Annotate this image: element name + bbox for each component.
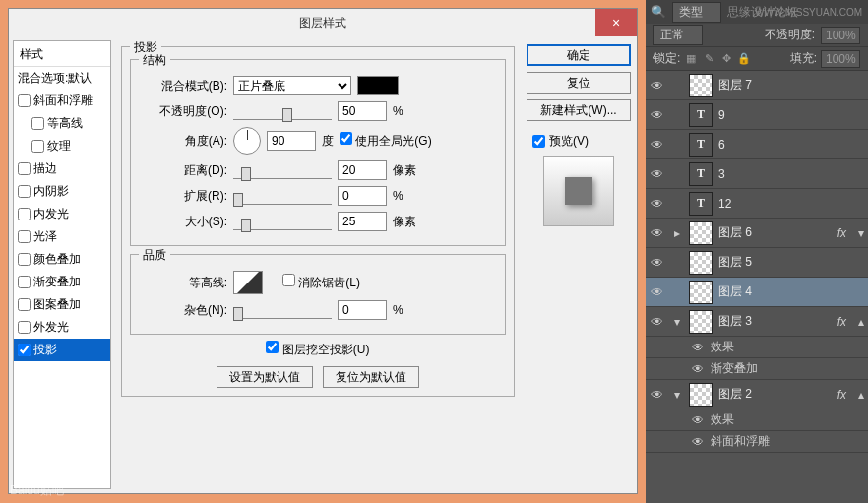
style-item-投影[interactable]: 投影 <box>14 339 110 361</box>
layer-effect[interactable]: 👁效果 <box>646 409 868 431</box>
layer-name[interactable]: 图层 5 <box>718 254 864 271</box>
visibility-icon[interactable]: 👁 <box>650 166 665 182</box>
style-checkbox[interactable] <box>18 298 31 311</box>
new-style-button[interactable]: 新建样式(W)... <box>527 99 631 121</box>
layer-row[interactable]: 👁▸图层 6fx▾ <box>646 219 868 248</box>
cancel-button[interactable]: 复位 <box>527 72 631 94</box>
noise-slider[interactable] <box>233 301 332 319</box>
raster-layer-thumb[interactable] <box>689 310 713 334</box>
search-icon[interactable]: 🔍 <box>651 5 666 19</box>
size-slider[interactable] <box>233 213 332 230</box>
text-layer-thumb[interactable]: T <box>689 103 713 127</box>
filter-type-select[interactable]: 类型 <box>672 2 721 23</box>
reset-default-button[interactable]: 复位为默认值 <box>323 366 419 388</box>
visibility-icon[interactable]: 👁 <box>650 107 665 123</box>
visibility-icon[interactable]: 👁 <box>650 314 665 330</box>
style-item-外发光[interactable]: 外发光 <box>14 316 110 339</box>
style-item-斜面和浮雕[interactable]: 斜面和浮雕 <box>14 90 110 112</box>
blend-mode-dropdown[interactable]: 正常 <box>653 25 703 45</box>
close-button[interactable]: × <box>595 9 637 36</box>
visibility-icon[interactable]: 👁 <box>650 387 665 403</box>
fx-badge-icon[interactable]: fx <box>837 388 846 402</box>
layer-row[interactable]: 👁T3 <box>646 159 868 189</box>
layer-effect[interactable]: 👁渐变叠加 <box>646 358 868 380</box>
layer-row[interactable]: 👁T6 <box>646 130 868 159</box>
raster-layer-thumb[interactable] <box>689 251 713 275</box>
layer-effect[interactable]: 👁斜面和浮雕 <box>646 431 868 453</box>
ok-button[interactable]: 确定 <box>527 44 631 66</box>
raster-layer-thumb[interactable] <box>689 221 713 245</box>
layer-name[interactable]: 9 <box>718 108 864 122</box>
noise-input[interactable] <box>338 300 387 320</box>
fx-chevron-icon[interactable]: ▴ <box>858 388 864 402</box>
lock-brush-icon[interactable]: ✎ <box>702 52 715 66</box>
fx-badge-icon[interactable]: fx <box>837 315 846 329</box>
size-input[interactable] <box>338 212 387 231</box>
style-checkbox[interactable] <box>31 140 44 153</box>
style-item-内发光[interactable]: 内发光 <box>14 203 110 225</box>
shadow-color-swatch[interactable] <box>357 76 399 95</box>
layer-name[interactable]: 图层 7 <box>718 77 864 94</box>
opacity-input[interactable] <box>338 101 387 121</box>
opacity-slider[interactable] <box>233 102 332 120</box>
style-checkbox[interactable] <box>18 321 31 334</box>
visibility-icon[interactable]: 👁 <box>650 284 665 300</box>
style-item-光泽[interactable]: 光泽 <box>14 225 110 248</box>
visibility-icon[interactable]: 👁 <box>650 78 665 94</box>
distance-slider[interactable] <box>233 161 332 179</box>
layer-name[interactable]: 3 <box>718 167 864 181</box>
style-checkbox[interactable] <box>18 230 31 243</box>
visibility-icon[interactable]: 👁 <box>691 413 705 427</box>
preview-checkbox[interactable]: 预览(V) <box>532 133 631 150</box>
style-checkbox[interactable] <box>18 253 31 266</box>
style-checkbox[interactable] <box>18 208 31 220</box>
fx-chevron-icon[interactable]: ▾ <box>858 226 864 240</box>
layer-row[interactable]: 👁T9 <box>646 100 868 130</box>
blend-options-item[interactable]: 混合选项:默认 <box>14 67 110 90</box>
style-checkbox[interactable] <box>31 117 44 130</box>
fx-badge-icon[interactable]: fx <box>837 226 846 240</box>
make-default-button[interactable]: 设置为默认值 <box>217 366 313 388</box>
text-layer-thumb[interactable]: T <box>689 192 713 216</box>
visibility-icon[interactable]: 👁 <box>650 255 665 271</box>
visibility-icon[interactable]: 👁 <box>691 362 705 376</box>
expand-arrow-icon[interactable]: ▸ <box>671 226 683 240</box>
style-checkbox[interactable] <box>18 94 31 107</box>
layer-row[interactable]: 👁图层 7 <box>646 71 868 100</box>
visibility-icon[interactable]: 👁 <box>650 225 665 241</box>
styles-header[interactable]: 样式 <box>14 43 110 67</box>
layer-row[interactable]: 👁▾图层 3fx▴ <box>646 307 868 337</box>
style-item-内阴影[interactable]: 内阴影 <box>14 180 110 203</box>
angle-dial[interactable] <box>233 127 261 155</box>
lock-position-icon[interactable]: ✥ <box>719 52 733 66</box>
layer-effect[interactable]: 👁效果 <box>646 337 868 358</box>
global-light-checkbox[interactable]: 使用全局光(G) <box>340 132 432 150</box>
style-item-纹理[interactable]: 纹理 <box>14 135 110 157</box>
text-layer-thumb[interactable]: T <box>689 162 713 186</box>
layer-row[interactable]: 👁图层 5 <box>646 248 868 278</box>
panel-opacity-value[interactable]: 100% <box>821 27 860 44</box>
distance-input[interactable] <box>338 160 387 180</box>
layer-row[interactable]: 👁T12 <box>646 189 868 219</box>
visibility-icon[interactable]: 👁 <box>650 196 665 212</box>
expand-arrow-icon[interactable]: ▾ <box>671 388 683 402</box>
style-checkbox[interactable] <box>18 344 31 356</box>
layer-name[interactable]: 图层 3 <box>718 313 832 330</box>
style-item-图案叠加[interactable]: 图案叠加 <box>14 293 110 316</box>
style-checkbox[interactable] <box>18 185 31 198</box>
angle-input[interactable] <box>267 131 316 151</box>
fx-chevron-icon[interactable]: ▴ <box>858 315 864 329</box>
lock-all-icon[interactable]: 🔒 <box>737 52 751 66</box>
layer-name[interactable]: 图层 2 <box>718 386 832 403</box>
raster-layer-thumb[interactable] <box>689 74 713 97</box>
blend-mode-select[interactable]: 正片叠底 <box>233 76 351 95</box>
style-item-等高线[interactable]: 等高线 <box>14 112 110 135</box>
spread-input[interactable] <box>338 186 387 206</box>
layer-name[interactable]: 12 <box>718 197 864 211</box>
raster-layer-thumb[interactable] <box>689 281 713 304</box>
expand-arrow-icon[interactable]: ▾ <box>671 315 683 329</box>
layer-row[interactable]: 👁图层 4 <box>646 278 868 307</box>
raster-layer-thumb[interactable] <box>689 383 713 407</box>
visibility-icon[interactable]: 👁 <box>691 435 705 449</box>
style-item-描边[interactable]: 描边 <box>14 157 110 180</box>
